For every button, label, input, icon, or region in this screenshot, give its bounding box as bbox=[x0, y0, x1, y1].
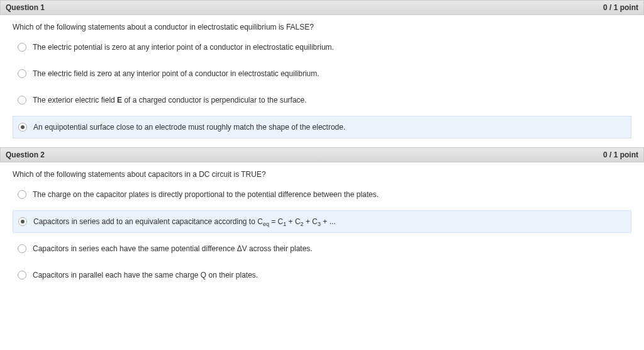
radio-icon[interactable] bbox=[18, 217, 27, 226]
option-text: The charge on the capacitor plates is di… bbox=[33, 190, 379, 199]
option-text: The electric potential is zero at any in… bbox=[33, 43, 334, 52]
option-text: Capacitors in series add to an equivalen… bbox=[33, 217, 336, 226]
radio-icon[interactable] bbox=[18, 244, 26, 253]
option-text: Capacitors in parallel each have the sam… bbox=[33, 271, 258, 279]
question-points: 0 / 1 point bbox=[603, 150, 638, 159]
option-text: The electric field is zero at any interi… bbox=[33, 69, 319, 78]
radio-icon[interactable] bbox=[18, 271, 26, 279]
option-row[interactable]: Capacitors in series add to an equivalen… bbox=[13, 210, 631, 233]
options-group: The charge on the capacitor plates is di… bbox=[0, 184, 644, 295]
question-title: Question 1 bbox=[6, 3, 45, 12]
option-text: An equipotential surface close to an ele… bbox=[33, 123, 345, 132]
radio-icon[interactable] bbox=[18, 69, 26, 78]
option-row[interactable]: Capacitors in parallel each have the sam… bbox=[13, 264, 631, 286]
question-header: Question 20 / 1 point bbox=[0, 147, 644, 162]
option-text: Capacitors in series each have the same … bbox=[33, 244, 313, 253]
question-prompt: Which of the following statements about … bbox=[0, 15, 644, 37]
option-text: The exterior electric field E of a charg… bbox=[33, 96, 307, 104]
radio-icon[interactable] bbox=[18, 43, 26, 52]
question-header: Question 10 / 1 point bbox=[0, 0, 644, 15]
option-row[interactable]: The electric field is zero at any interi… bbox=[13, 63, 631, 84]
question-points: 0 / 1 point bbox=[603, 3, 638, 12]
option-row[interactable]: An equipotential surface close to an ele… bbox=[13, 116, 631, 138]
option-row[interactable]: The electric potential is zero at any in… bbox=[13, 37, 631, 58]
radio-icon[interactable] bbox=[18, 96, 26, 104]
radio-icon[interactable] bbox=[18, 123, 27, 132]
radio-icon[interactable] bbox=[18, 190, 26, 199]
question-title: Question 2 bbox=[6, 150, 45, 159]
quiz-container: Question 10 / 1 pointWhich of the follow… bbox=[0, 0, 644, 295]
option-row[interactable]: Capacitors in series each have the same … bbox=[13, 238, 631, 259]
option-row[interactable]: The charge on the capacitor plates is di… bbox=[13, 184, 631, 205]
option-row[interactable]: The exterior electric field E of a charg… bbox=[13, 89, 631, 111]
question-prompt: Which of the following statements about … bbox=[0, 162, 644, 184]
options-group: The electric potential is zero at any in… bbox=[0, 37, 644, 147]
